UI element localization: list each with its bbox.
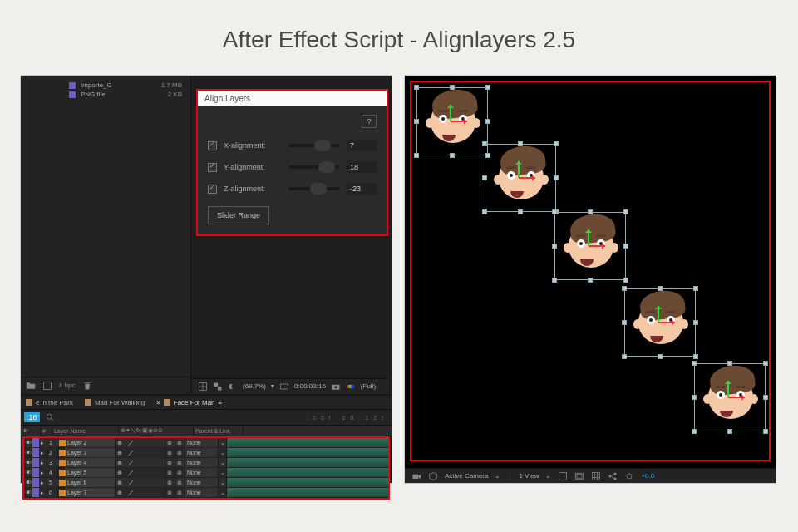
resize-handle[interactable] (763, 361, 768, 366)
new-comp-icon[interactable] (42, 381, 52, 391)
num-column: # (41, 426, 52, 436)
y-align-slider[interactable] (288, 165, 340, 169)
svg-rect-1 (214, 382, 219, 387)
resize-handle[interactable] (485, 85, 490, 90)
exposure-icon[interactable] (624, 471, 634, 481)
resize-handle[interactable] (485, 119, 490, 124)
resize-handle[interactable] (414, 85, 419, 90)
camera-label[interactable]: Active Camera (445, 472, 488, 480)
layer-row[interactable]: 👁▸5Layer 6⊕ ／⊚⊚None⌄ (24, 478, 388, 488)
resize-handle[interactable] (588, 278, 593, 283)
timeline-tab[interactable]: e in the Park (26, 399, 73, 406)
resize-handle[interactable] (623, 244, 628, 249)
timeline-tab[interactable]: × Face For Man ≡ (156, 399, 222, 406)
selected-layer-bbox[interactable] (554, 212, 626, 280)
chevron-down-icon[interactable]: ⌄ (545, 472, 551, 480)
folder-icon[interactable] (26, 381, 36, 391)
x-align-slider[interactable] (288, 144, 340, 147)
grid-toggle-icon[interactable] (591, 471, 601, 481)
layer-row[interactable]: 👁▸3Layer 4⊕ ／⊚⊚None⌄ (24, 458, 388, 468)
selected-layer-bbox[interactable] (694, 363, 766, 431)
resize-handle[interactable] (518, 209, 523, 214)
project-item[interactable]: Importe_G 1.7 MB (69, 81, 190, 90)
comp-timecode[interactable]: 0:00:03:16 (294, 382, 326, 390)
z-align-label: Z-alignment: (224, 185, 282, 193)
y-align-checkbox[interactable] (208, 163, 217, 172)
chevron-down-icon[interactable]: ⌄ (495, 472, 500, 480)
current-timecode[interactable]: :16 (24, 412, 40, 422)
resize-handle[interactable] (622, 286, 627, 291)
zoom-value[interactable]: (69.7%) (243, 382, 266, 390)
slider-thumb[interactable] (318, 161, 335, 173)
resize-handle[interactable] (692, 361, 697, 366)
resolution-value[interactable]: (Full) (361, 382, 376, 390)
timeline-tab[interactable]: Man For Walking (85, 399, 145, 406)
layer-row[interactable]: 👁▸2Layer 3⊕ ／⊚⊚None⌄ (24, 448, 388, 458)
time-ruler[interactable]: :00f 00:12f (306, 415, 388, 421)
share-icon[interactable] (608, 471, 618, 481)
slider-range-button[interactable]: Slider Range (208, 206, 269, 224)
guides-icon[interactable] (558, 471, 568, 481)
transparency-icon[interactable] (213, 382, 223, 392)
resize-handle[interactable] (763, 395, 768, 400)
x-align-checkbox[interactable] (208, 141, 217, 150)
resize-handle[interactable] (727, 429, 732, 434)
resize-handle[interactable] (482, 209, 487, 214)
resize-handle[interactable] (482, 141, 487, 146)
comp-swatch (26, 399, 32, 406)
resize-handle[interactable] (552, 244, 557, 249)
resize-handle[interactable] (552, 278, 557, 283)
exposure-value[interactable]: +0.0 (641, 472, 654, 480)
z-align-checkbox[interactable] (208, 185, 217, 194)
project-item[interactable]: PNG file 2 KB (69, 90, 190, 99)
svg-rect-5 (281, 384, 288, 389)
slider-thumb[interactable] (314, 140, 331, 151)
resize-handle[interactable] (414, 119, 419, 124)
view-count[interactable]: 1 View (520, 472, 539, 480)
resize-handle[interactable] (450, 153, 455, 158)
camera-icon[interactable] (411, 471, 421, 481)
z-align-slider[interactable] (288, 187, 340, 190)
selected-layer-bbox[interactable] (485, 144, 556, 212)
layer-row[interactable]: 👁▸6Layer 7⊕ ／⊚⊚None⌄ (24, 488, 388, 498)
resize-handle[interactable] (622, 320, 627, 325)
resolution-icon[interactable] (279, 382, 289, 392)
help-button[interactable]: ? (362, 115, 377, 128)
safe-zones-icon[interactable] (574, 471, 584, 481)
layer-row[interactable]: 👁▸4Layer 5⊕ ／⊚⊚None⌄ (24, 468, 388, 478)
resize-handle[interactable] (693, 320, 698, 325)
selected-layer-bbox[interactable] (624, 288, 696, 357)
resize-handle[interactable] (414, 153, 419, 158)
resize-handle[interactable] (554, 175, 559, 180)
resize-handle[interactable] (552, 209, 557, 214)
grid-icon[interactable] (198, 382, 208, 392)
search-icon[interactable] (45, 412, 55, 422)
z-align-value[interactable]: -23 (347, 183, 377, 195)
resize-handle[interactable] (692, 429, 697, 434)
snapshot-icon[interactable] (331, 382, 341, 392)
chevron-down-icon[interactable]: ▾ (271, 382, 274, 390)
resize-handle[interactable] (622, 354, 627, 359)
layer-row[interactable]: 👁▸1Layer 2⊕ ／⊚⊚None⌄ (24, 438, 388, 448)
resize-handle[interactable] (482, 175, 487, 180)
resize-handle[interactable] (623, 278, 628, 283)
channels-icon[interactable] (346, 382, 356, 392)
slider-thumb[interactable] (310, 183, 327, 195)
resize-handle[interactable] (692, 395, 697, 400)
resize-handle[interactable] (693, 354, 698, 359)
resize-handle[interactable] (554, 141, 559, 146)
mask-icon[interactable] (228, 382, 238, 392)
resize-handle[interactable] (623, 209, 628, 214)
y-align-value[interactable]: 18 (347, 161, 377, 173)
selected-layer-bbox[interactable] (416, 87, 488, 155)
x-align-value[interactable]: 7 (347, 140, 377, 151)
resize-handle[interactable] (763, 429, 768, 434)
resize-handle[interactable] (658, 354, 663, 359)
comp-viewport[interactable] (410, 81, 771, 461)
bpc-label[interactable]: 8 bpc (59, 382, 76, 389)
trash-icon[interactable] (82, 381, 92, 391)
3d-icon[interactable] (428, 471, 438, 481)
resize-handle[interactable] (693, 286, 698, 291)
dialog-titlebar[interactable]: Align Layers (198, 91, 387, 106)
project-item-name: PNG file (81, 91, 106, 98)
